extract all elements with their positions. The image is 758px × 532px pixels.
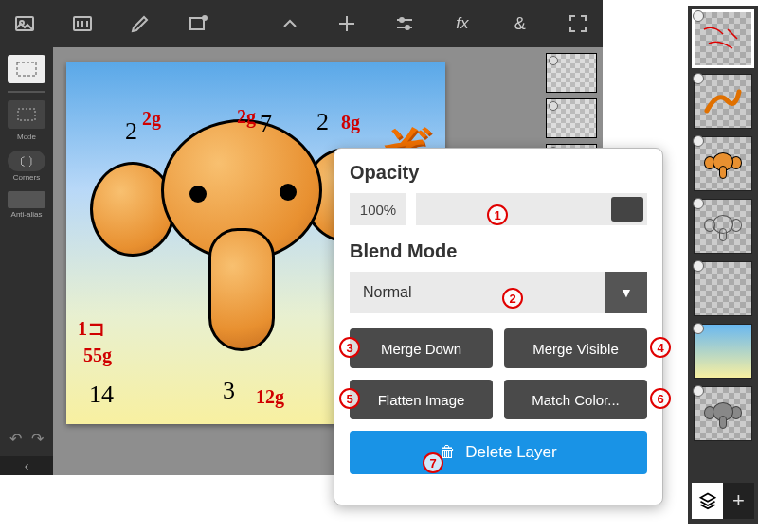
layer-thumb-elephant[interactable] — [694, 136, 752, 191]
marquee-tool-icon[interactable] — [8, 55, 45, 83]
delete-layer-button[interactable]: 🗑 Delete Layer — [350, 431, 647, 474]
antialias-label: Anti-alias — [11, 210, 43, 219]
corners-chip[interactable]: ⟮ ⟯ — [8, 151, 45, 171]
svg-point-6 — [406, 26, 409, 29]
back-button[interactable]: ‹ — [0, 456, 53, 475]
layer-thumb-blank[interactable] — [694, 261, 752, 316]
mode-tile[interactable] — [8, 100, 45, 129]
layer-thumb-zo[interactable] — [694, 74, 752, 129]
blendmode-value: Normal — [363, 284, 412, 301]
flatten-image-button[interactable]: Flatten Image — [350, 380, 493, 419]
match-color-button[interactable]: Match Color... — [504, 380, 647, 419]
layers-panel: + — [688, 6, 758, 524]
add-icon[interactable] — [335, 10, 359, 37]
blendmode-dropdown-icon[interactable]: ▼ — [605, 272, 647, 313]
opacity-slider-knob[interactable] — [611, 197, 643, 222]
crop-icon[interactable] — [186, 10, 209, 37]
canvas-note-red: 2g — [142, 108, 161, 130]
svg-rect-3 — [190, 18, 204, 29]
image-icon[interactable] — [13, 10, 37, 37]
canvas-note-red: 55g — [83, 345, 112, 366]
canvas-note-black: 2 — [125, 117, 137, 146]
layer-options-panel: Opacity 100% Blend Mode Normal ▼ Merge D… — [334, 148, 663, 505]
antialias-toggle[interactable] — [8, 191, 45, 208]
annotation-7: 7 — [423, 452, 443, 473]
corners-label: Corners — [13, 173, 40, 182]
layers-mode-button[interactable] — [692, 483, 723, 519]
sliders-icon[interactable] — [393, 10, 417, 37]
canvas-note-black: 2 — [316, 108, 329, 136]
svg-point-5 — [400, 18, 404, 22]
adjust-icon[interactable] — [71, 10, 95, 37]
canvas-note-red: 1コ — [78, 316, 106, 342]
canvas-note-black: 7 — [260, 110, 272, 138]
merge-down-button[interactable]: Merge Down — [350, 328, 493, 368]
annotation-1: 1 — [487, 204, 508, 225]
top-toolbar: fx & — [0, 0, 603, 47]
opacity-slider[interactable] — [416, 193, 647, 225]
fullscreen-icon[interactable] — [566, 10, 589, 37]
fx-icon[interactable]: fx — [451, 10, 475, 37]
layer-thumb-notes[interactable] — [694, 11, 752, 66]
annotation-6: 6 — [650, 388, 671, 409]
left-toolbar: Mode ⟮ ⟯ Corners Anti-alias — [0, 47, 53, 420]
canvas-note-black: 14 — [89, 381, 114, 409]
brush-icon[interactable] — [129, 10, 153, 37]
text-icon[interactable]: & — [508, 10, 532, 37]
canvas-note-red: 8g — [341, 112, 360, 133]
annotation-4: 4 — [650, 337, 671, 358]
svg-point-4 — [203, 16, 207, 20]
delete-layer-label: Delete Layer — [465, 443, 556, 462]
canvas-note-red: 2g — [237, 106, 256, 128]
redo-icon[interactable]: ↷ — [31, 430, 44, 448]
undo-icon[interactable]: ↶ — [9, 430, 22, 448]
layer-thumb-gray[interactable] — [694, 386, 752, 441]
opacity-heading: Opacity — [350, 162, 647, 184]
mini-layer-thumb[interactable] — [546, 53, 597, 93]
blendmode-heading: Blend Mode — [350, 240, 647, 262]
annotation-2: 2 — [502, 288, 523, 309]
layer-thumb-sky[interactable] — [694, 324, 752, 379]
canvas-note-black: 3 — [223, 377, 235, 405]
svg-rect-8 — [18, 109, 35, 120]
annotation-3: 3 — [339, 337, 360, 358]
canvas-note-red: 12g — [256, 386, 284, 408]
mode-label: Mode — [17, 133, 36, 141]
undo-redo-bar: ↶ ↷ — [0, 420, 53, 456]
opacity-value: 100% — [350, 193, 406, 225]
svg-rect-7 — [17, 62, 36, 76]
add-layer-button[interactable]: + — [723, 483, 754, 519]
mini-layer-list — [546, 53, 597, 163]
mini-layer-thumb[interactable] — [546, 98, 597, 138]
up-icon[interactable] — [278, 10, 301, 37]
annotation-5: 5 — [339, 388, 360, 409]
blendmode-select[interactable]: Normal — [350, 272, 605, 313]
merge-visible-button[interactable]: Merge Visible — [504, 328, 647, 368]
layer-thumb-outline[interactable] — [694, 199, 752, 254]
